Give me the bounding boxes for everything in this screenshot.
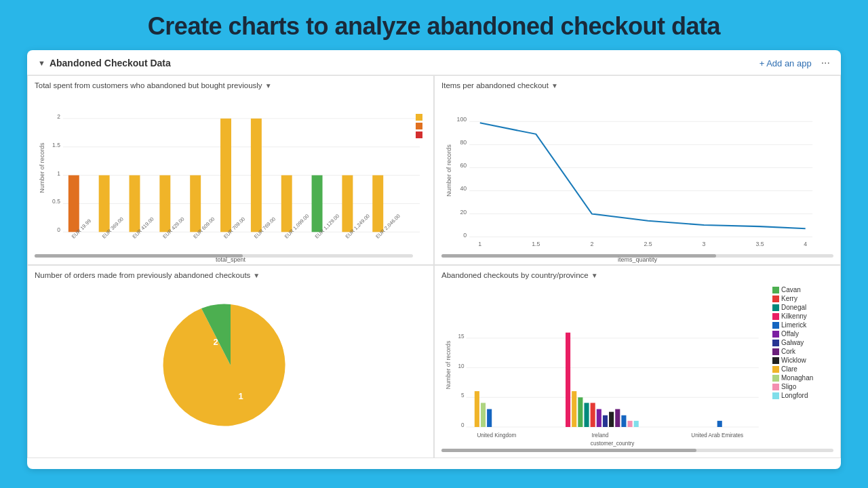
svg-text:40: 40 bbox=[460, 185, 467, 192]
svg-rect-68 bbox=[572, 391, 576, 427]
svg-rect-14 bbox=[159, 176, 170, 232]
svg-text:0: 0 bbox=[57, 226, 60, 233]
dashboard-title: Abandoned Checkout Data bbox=[50, 58, 171, 68]
svg-rect-75 bbox=[615, 409, 620, 427]
svg-text:80: 80 bbox=[460, 139, 467, 146]
chart2-x-label: items_quantity bbox=[618, 256, 657, 263]
svg-rect-72 bbox=[597, 409, 601, 427]
chart1-title: Total spent from customers who abandoned… bbox=[35, 81, 427, 89]
svg-rect-19 bbox=[312, 176, 323, 232]
chart4-scrollbar[interactable] bbox=[441, 449, 833, 452]
chart4-area: Number of records 0 5 10 15 bbox=[441, 283, 833, 447]
svg-rect-73 bbox=[603, 415, 608, 427]
svg-rect-65 bbox=[481, 403, 486, 427]
legend-yellow bbox=[416, 114, 422, 121]
dashboard-container: ▼ Abandoned Checkout Data + Add an app ·… bbox=[27, 50, 841, 469]
svg-rect-13 bbox=[130, 176, 140, 232]
chart2-area: Number of records 0 20 40 60 80 100 bbox=[441, 94, 833, 253]
svg-rect-66 bbox=[487, 409, 492, 427]
svg-text:3: 3 bbox=[703, 241, 706, 247]
svg-rect-15 bbox=[190, 176, 201, 232]
chart1-area: Number of records 0 0.5 1 1.5 2 bbox=[35, 94, 427, 253]
svg-text:0: 0 bbox=[463, 232, 467, 239]
svg-rect-71 bbox=[591, 403, 595, 427]
chart-panel-4: Abandoned checkouts by country/province … bbox=[434, 265, 841, 458]
svg-text:1: 1 bbox=[478, 241, 481, 247]
chart2-svg: Number of records 0 20 40 60 80 100 bbox=[441, 94, 833, 247]
svg-text:Number of records: Number of records bbox=[446, 144, 452, 197]
svg-text:3.5: 3.5 bbox=[756, 241, 764, 247]
svg-text:10: 10 bbox=[458, 363, 465, 369]
chart4-legend: Cavan Kerry Donegal Kilkenny Limerick Of… bbox=[772, 283, 833, 447]
svg-rect-16 bbox=[220, 119, 231, 232]
chart3-svg: 1 2 bbox=[129, 284, 332, 447]
svg-text:Ireland: Ireland bbox=[591, 432, 608, 439]
chart1-legend bbox=[416, 114, 422, 138]
chart1-x-label: total_spent bbox=[216, 256, 245, 263]
svg-text:4: 4 bbox=[804, 241, 807, 247]
chart4-title: Abandoned checkouts by country/province … bbox=[441, 271, 833, 279]
chart-panel-2: Items per abandoned checkout ▼ Number of… bbox=[434, 75, 841, 265]
svg-rect-20 bbox=[342, 176, 353, 232]
svg-rect-76 bbox=[621, 415, 626, 427]
svg-rect-67 bbox=[566, 333, 570, 427]
svg-text:customer_country: customer_country bbox=[591, 441, 635, 447]
chart4-filter-icon[interactable]: ▼ bbox=[591, 272, 598, 279]
svg-rect-12 bbox=[99, 176, 110, 232]
svg-rect-74 bbox=[609, 412, 614, 427]
svg-text:0.5: 0.5 bbox=[52, 198, 60, 205]
svg-text:Number of records: Number of records bbox=[445, 341, 452, 389]
page-title: Create charts to analyze abandoned check… bbox=[0, 12, 868, 41]
svg-text:1.5: 1.5 bbox=[52, 142, 60, 148]
chart4-svg: Number of records 0 5 10 15 bbox=[441, 283, 772, 447]
svg-text:2: 2 bbox=[213, 337, 218, 347]
chart1-svg: Number of records 0 0.5 1 1.5 2 bbox=[35, 94, 427, 242]
legend-red bbox=[416, 131, 422, 138]
svg-text:60: 60 bbox=[460, 162, 467, 169]
svg-rect-21 bbox=[372, 176, 383, 232]
chart2-title: Items per abandoned checkout ▼ bbox=[441, 81, 833, 89]
dashboard-header: ▼ Abandoned Checkout Data + Add an app ·… bbox=[27, 50, 841, 75]
svg-text:United Kingdom: United Kingdom bbox=[477, 432, 516, 439]
svg-text:1: 1 bbox=[238, 391, 243, 401]
charts-grid: Total spent from customers who abandoned… bbox=[27, 75, 841, 458]
svg-rect-77 bbox=[628, 421, 633, 427]
collapse-icon[interactable]: ▼ bbox=[38, 59, 45, 67]
svg-rect-70 bbox=[584, 403, 589, 427]
svg-rect-78 bbox=[634, 421, 639, 427]
chart1-filter-icon[interactable]: ▼ bbox=[265, 82, 272, 89]
more-options-icon[interactable]: ··· bbox=[821, 57, 830, 69]
svg-text:2.5: 2.5 bbox=[644, 241, 652, 247]
chart3-filter-icon[interactable]: ▼ bbox=[253, 272, 260, 279]
svg-text:0: 0 bbox=[461, 422, 465, 428]
page-header: Create charts to analyze abandoned check… bbox=[0, 0, 868, 50]
svg-text:2: 2 bbox=[57, 113, 60, 120]
dashboard-actions: + Add an app ··· bbox=[760, 57, 830, 69]
svg-text:United Arab Emirates: United Arab Emirates bbox=[691, 432, 743, 439]
svg-text:1: 1 bbox=[57, 170, 60, 177]
svg-rect-11 bbox=[68, 176, 79, 232]
chart-panel-3: Number of orders made from previously ab… bbox=[27, 265, 434, 458]
svg-rect-69 bbox=[578, 397, 583, 427]
svg-text:1.5: 1.5 bbox=[532, 241, 540, 247]
chart-panel-1: Total spent from customers who abandoned… bbox=[27, 75, 434, 265]
chart3-title: Number of orders made from previously ab… bbox=[35, 271, 427, 279]
svg-text:2: 2 bbox=[590, 241, 593, 247]
dashboard-title-area: ▼ Abandoned Checkout Data bbox=[38, 58, 171, 68]
svg-rect-18 bbox=[281, 176, 292, 232]
svg-text:20: 20 bbox=[460, 209, 467, 216]
svg-rect-64 bbox=[475, 391, 479, 427]
add-app-button[interactable]: + Add an app bbox=[760, 58, 812, 68]
chart3-area: 1 2 bbox=[35, 283, 427, 447]
legend-orange bbox=[416, 123, 422, 129]
svg-text:15: 15 bbox=[458, 333, 465, 340]
svg-text:5: 5 bbox=[461, 392, 465, 399]
svg-text:Number of records: Number of records bbox=[39, 142, 45, 193]
svg-rect-17 bbox=[251, 119, 262, 232]
svg-rect-79 bbox=[717, 421, 722, 427]
svg-text:100: 100 bbox=[457, 116, 467, 123]
chart2-filter-icon[interactable]: ▼ bbox=[551, 82, 558, 89]
